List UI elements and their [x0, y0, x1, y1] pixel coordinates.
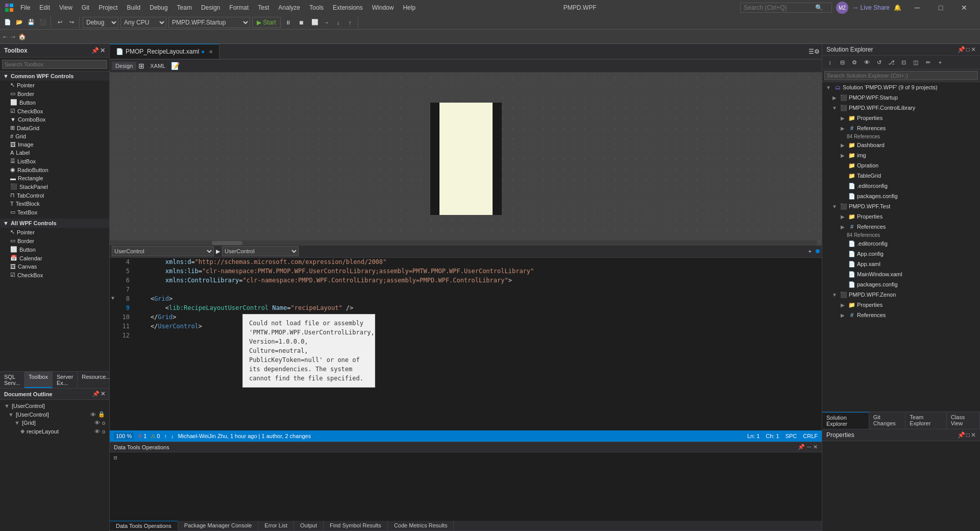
- doc-outline-pin-icon[interactable]: 📌: [92, 391, 100, 397]
- se-tab-solution-explorer[interactable]: Solution Explorer: [822, 412, 869, 429]
- menu-format[interactable]: Format: [225, 2, 253, 13]
- outline-item-grid[interactable]: ▼ [Grid] 👁 o: [2, 419, 107, 427]
- se-properties-button[interactable]: ⚙: [849, 57, 860, 68]
- toolbox-item-tabcontrol[interactable]: ⊓ TabControl: [0, 191, 109, 200]
- output-minimize-icon[interactable]: ─: [807, 444, 811, 450]
- outline-grid-visibility-icon[interactable]: 👁: [94, 420, 100, 426]
- toolbox-item-grid[interactable]: # Grid: [0, 132, 109, 140]
- outline-recipe-visibility-icon[interactable]: 👁: [94, 428, 100, 435]
- tree-item-mainwindow[interactable]: 📄 MainWindow.xaml: [822, 269, 980, 279]
- menu-help[interactable]: Help: [399, 2, 420, 13]
- tree-item-packages2[interactable]: 📄 packages.config: [822, 279, 980, 289]
- toolbox-item-image[interactable]: 🖼 Image: [0, 140, 109, 149]
- se-add-button[interactable]: +: [935, 57, 946, 68]
- prop-maximize-icon[interactable]: □: [966, 431, 970, 439]
- close-tab-button[interactable]: ✕: [209, 49, 213, 55]
- start-button[interactable]: ▶ Start: [252, 17, 281, 28]
- toolbox-item-all-pointer[interactable]: ↖ Pointer: [0, 228, 109, 236]
- outline-item-usercontrol-root[interactable]: ▼ [UserControl]: [2, 402, 107, 410]
- toolbox-item-listbox[interactable]: ☰ ListBox: [0, 157, 109, 165]
- back-button[interactable]: ←: [2, 33, 8, 40]
- open-file-button[interactable]: 📂: [14, 17, 25, 28]
- tree-item-appconfig[interactable]: 📄 App.config: [822, 249, 980, 259]
- global-search-input[interactable]: [744, 4, 815, 11]
- forward-button[interactable]: →: [10, 33, 16, 40]
- se-sync-button[interactable]: ↕: [824, 57, 836, 68]
- redo-button[interactable]: ↪: [66, 17, 77, 28]
- nav-up-button[interactable]: ↑: [164, 433, 167, 439]
- outline-grid-lock-icon[interactable]: o: [102, 420, 105, 426]
- menu-file[interactable]: File: [16, 2, 34, 13]
- output-pin-icon[interactable]: 📌: [798, 444, 805, 450]
- tree-item-zenon-references[interactable]: ▶ # References: [822, 310, 980, 320]
- home-button[interactable]: 🏠: [18, 33, 26, 40]
- tree-item-editorconfig2[interactable]: 📄 .editorconfig: [822, 238, 980, 249]
- step-over-button[interactable]: →: [321, 17, 332, 28]
- se-git-button[interactable]: ⎇: [886, 57, 897, 68]
- toolbox-category-common[interactable]: ▼ Common WPF Controls: [0, 71, 109, 81]
- zoom-level[interactable]: 100 %: [114, 432, 134, 440]
- toolbox-item-pointer[interactable]: ↖ Pointer: [0, 81, 109, 89]
- pause-button[interactable]: ⏸: [283, 17, 294, 28]
- se-collapse-button[interactable]: ⊟: [837, 57, 848, 68]
- output-close-icon[interactable]: ✕: [813, 444, 818, 450]
- se-tab-git-changes[interactable]: Git Changes: [869, 412, 906, 429]
- menu-design[interactable]: Design: [197, 2, 224, 13]
- menu-view[interactable]: View: [55, 2, 77, 13]
- toolbox-tab-toolbox[interactable]: Toolbox: [24, 372, 53, 388]
- platform-select[interactable]: Any CPU: [120, 17, 166, 28]
- editor-toolbar-icon1[interactable]: ⊞: [138, 62, 144, 70]
- step-out-button[interactable]: ↑: [345, 17, 356, 28]
- live-share-button[interactable]: ↔ Live Share: [852, 4, 890, 11]
- output-tab-code-metrics[interactable]: Code Metrics Results: [388, 521, 454, 530]
- maximize-button[interactable]: □: [929, 0, 952, 15]
- tree-item-tablegrid[interactable]: 📁 TableGrid: [822, 171, 980, 181]
- outline-item-usercontrol[interactable]: ▼ [UserControl] 👁 🔒: [2, 410, 107, 419]
- toolbox-category-all[interactable]: ▼ All WPF Controls: [0, 219, 109, 228]
- toolbox-item-stackpanel[interactable]: ⬛ StackPanel: [0, 182, 109, 191]
- menu-debug[interactable]: Debug: [145, 2, 172, 13]
- build-config-select[interactable]: Debug: [83, 17, 118, 28]
- toolbox-item-all-canvas[interactable]: 🖼 Canvas: [0, 262, 109, 271]
- tree-item-opration[interactable]: 📁 Opration: [822, 160, 980, 171]
- se-maximize-icon[interactable]: □: [966, 46, 970, 53]
- designer-settings-icon[interactable]: ⚙: [814, 48, 820, 55]
- toolbox-search-input[interactable]: [2, 60, 107, 69]
- toolbox-item-button[interactable]: ⬜ Button: [0, 98, 109, 107]
- startup-project-select[interactable]: PMPD.WPF.Startup: [168, 17, 250, 28]
- se-filter-button[interactable]: ⊡: [898, 57, 909, 68]
- se-search-input[interactable]: [824, 71, 978, 80]
- tree-item-img[interactable]: ▶ 📁 img: [822, 150, 980, 160]
- global-search[interactable]: 🔍: [740, 3, 832, 13]
- menu-project[interactable]: Project: [94, 2, 121, 13]
- output-tab-output[interactable]: Output: [294, 521, 324, 530]
- tree-item-properties1[interactable]: ▶ 📁 Properties: [822, 113, 980, 123]
- menu-analyze[interactable]: Analyze: [274, 2, 304, 13]
- se-pin-icon[interactable]: 📌: [958, 46, 965, 53]
- stop-button[interactable]: ⏹: [296, 17, 307, 28]
- menu-window[interactable]: Window: [368, 2, 398, 13]
- menu-edit[interactable]: Edit: [35, 2, 54, 13]
- breadcrumb-plus-icon[interactable]: +: [808, 248, 812, 254]
- close-button[interactable]: ✕: [952, 0, 976, 15]
- editor-toolbar-icon2[interactable]: 📝: [171, 62, 180, 70]
- tree-item-startup[interactable]: ▶ ⬛ PMOP.WPF.Startup: [822, 92, 980, 103]
- se-edit-button[interactable]: ✏: [922, 57, 934, 68]
- toolbox-item-border[interactable]: ▭ Border: [0, 89, 109, 98]
- se-tab-team-explorer[interactable]: Team Explorer: [905, 412, 946, 429]
- toolbox-item-label[interactable]: A Label: [0, 149, 109, 157]
- toolbox-item-rectangle[interactable]: ▬ Rectangle: [0, 174, 109, 182]
- output-toolbar-icon[interactable]: ⊟: [114, 454, 117, 461]
- se-tab-class-view[interactable]: Class View: [947, 412, 980, 429]
- menu-git[interactable]: Git: [78, 2, 93, 13]
- toolbox-item-textbox[interactable]: ▭ TextBox: [0, 208, 109, 216]
- menu-build[interactable]: Build: [123, 2, 145, 13]
- save-all-button[interactable]: ⬛: [37, 17, 48, 28]
- output-tab-package-manager[interactable]: Package Manager Console: [178, 521, 259, 530]
- doc-outline-close-icon[interactable]: ✕: [101, 391, 105, 397]
- toolbox-item-all-button[interactable]: ⬜ Button: [0, 245, 109, 254]
- toolbox-tab-sql[interactable]: SQL Serv...: [0, 372, 24, 388]
- tree-item-appxaml[interactable]: 📄 App.xaml: [822, 259, 980, 269]
- new-file-button[interactable]: 📄: [2, 17, 13, 28]
- tree-item-controllibrary[interactable]: ▼ ⬛ PMPD.WPF.ControlLibrary: [822, 103, 980, 113]
